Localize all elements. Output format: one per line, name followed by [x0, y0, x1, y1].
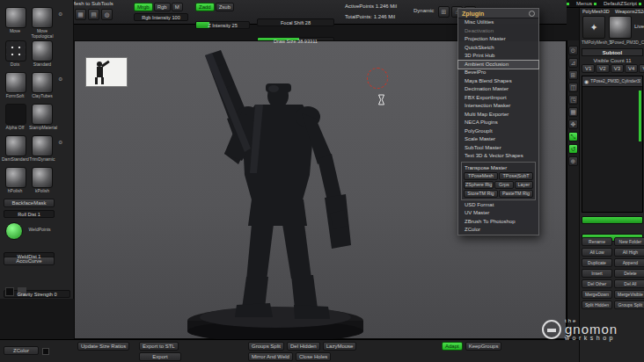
zplugin-item-0[interactable]: USD Format	[458, 201, 538, 210]
brush-thumb-damstandard[interactable]	[5, 135, 26, 156]
focal-shift-slider[interactable]: Focal Shift 28	[257, 18, 334, 26]
zplugin-item-2[interactable]: ZBrush To Photoshop	[458, 218, 538, 227]
move-canvas-icon[interactable]: ✥	[568, 119, 578, 129]
brush-thumb-hpolish[interactable]	[5, 167, 26, 188]
zplugin-item-5[interactable]: Ambient Occlusion	[458, 61, 538, 69]
tm-button-0[interactable]: TPoseMesh	[464, 172, 498, 180]
zplugin-item-3[interactable]: ZColor	[458, 226, 538, 235]
zplugin-item-1[interactable]: UV Master	[458, 209, 538, 218]
bpr-render-icon[interactable]: ⊙	[568, 46, 578, 55]
geometry-button-2[interactable]: LazyMouse	[323, 342, 357, 351]
stroke-thumb-dots[interactable]	[5, 40, 26, 62]
frame-mesh-icon[interactable]: ◳	[568, 95, 578, 105]
brush-thumb-trimdynamic[interactable]	[32, 135, 53, 156]
brush-thumb-kpolish[interactable]	[32, 167, 53, 188]
live-toggle[interactable]: Live	[634, 24, 644, 29]
geometry-button-1[interactable]: Close Holes	[296, 352, 331, 361]
paint-mode-1[interactable]: Rgb	[154, 3, 171, 11]
update-size-ratios-button[interactable]: Update Size Ratios	[77, 342, 129, 351]
sculpt-mode-0[interactable]: Zadd	[195, 3, 215, 11]
subtool-button-13[interactable]: Groups Split	[614, 300, 644, 309]
zplugin-menu-header[interactable]: Zplugin	[458, 9, 538, 18]
zplugin-item-16[interactable]: Text 3D & Vector Shapes	[458, 152, 538, 161]
tm-button-2[interactable]: Layer	[515, 181, 533, 189]
transpose-master-title[interactable]: Transpose Master	[464, 164, 533, 171]
subtool-section-header[interactable]: Subtool	[582, 48, 643, 56]
export-button[interactable]: Export	[139, 352, 181, 361]
rotate-canvas-icon[interactable]: ↺	[568, 144, 578, 154]
view-button-4[interactable]: V5	[639, 64, 644, 73]
zplugin-item-15[interactable]: SubTool Master	[458, 144, 538, 153]
export-to-stl-button[interactable]: Export to STL	[139, 342, 179, 351]
zplugin-item-10[interactable]: Intersection Masker	[458, 102, 538, 111]
paint-mode-0[interactable]: Mrgb	[134, 3, 153, 11]
zplugin-item-8[interactable]: Decimation Master	[458, 85, 538, 94]
subtool-button-9[interactable]: Del All	[614, 279, 644, 288]
sculpt-mode-1[interactable]: Zsub	[216, 3, 234, 11]
subtool-button-8[interactable]: Del Other	[582, 279, 612, 288]
palette-pin-icon[interactable]	[529, 11, 535, 17]
subtool-button-4[interactable]: Duplicate	[582, 258, 612, 267]
view-button-2[interactable]: V3	[611, 64, 624, 73]
brush-thumb-move[interactable]	[5, 7, 26, 28]
brush-thumb-claytubes[interactable]	[32, 72, 53, 93]
gear-icon[interactable]: ⚙	[58, 139, 62, 145]
title-action-1[interactable]: Menus	[576, 1, 596, 6]
geometry-button-1[interactable]: Del Hidden	[287, 342, 320, 351]
color-swatch-main[interactable]	[5, 287, 14, 296]
view-button-1[interactable]: V2	[596, 64, 609, 73]
subtool-list-item[interactable]: ◉ TPose2_PM3D_Cylinder3D1	[582, 76, 642, 87]
title-action-2[interactable]: DefaultZScript	[604, 1, 641, 6]
geometry-button-0[interactable]: Mirror And Weld	[248, 352, 293, 361]
brush-thumb-standard[interactable]	[32, 40, 53, 62]
floor-grid-icon[interactable]: ⊞	[568, 70, 578, 80]
perspective-icon[interactable]: ⊿	[568, 58, 578, 68]
subtool-button-2[interactable]: All Low	[582, 248, 612, 257]
material-tool-icon[interactable]: ◍	[101, 9, 113, 20]
z-intensity-slider[interactable]: Z Intensity 25	[195, 21, 250, 29]
backface-mask-button[interactable]: BackfaceMask	[4, 199, 55, 207]
roll-dist-slider[interactable]: Roll Dist 1	[4, 210, 55, 218]
tm-button-1[interactable]: PasteTM Rig	[499, 190, 533, 198]
tm-button-0[interactable]: ZSphere Rig	[464, 181, 494, 189]
brush-thumb-move-topological[interactable]	[32, 7, 53, 28]
texture-tool-icon[interactable]: ▤	[88, 9, 99, 20]
paint-mode-2[interactable]: M	[172, 3, 183, 11]
adapt-button-0[interactable]: Adapt	[442, 342, 463, 351]
subtool-scrollbar[interactable]	[639, 90, 641, 141]
zcolor-swatch[interactable]	[42, 348, 49, 355]
adapt-button-1[interactable]: KeepGroups	[465, 342, 502, 351]
subtool-button-7[interactable]: Delete	[614, 269, 644, 278]
subtool-button-5[interactable]: Append	[614, 258, 644, 267]
weld-points-thumb[interactable]	[5, 222, 23, 240]
view-button-0[interactable]: V1	[582, 64, 595, 73]
subtool-button-12[interactable]: Split Hidden	[582, 300, 612, 309]
tm-button-1[interactable]: Grps	[494, 181, 513, 189]
alpha-thumb[interactable]	[5, 104, 26, 125]
dynamic-label[interactable]: Dynamic	[413, 8, 434, 13]
tm-button-1[interactable]: TPose|SubT	[499, 172, 533, 180]
gear-icon[interactable]: ⚙	[58, 76, 62, 82]
zplugin-item-14[interactable]: Scale Master	[458, 135, 538, 144]
zplugin-item-7[interactable]: Maya Blend Shapes	[458, 77, 538, 86]
visibility-eye-icon[interactable]: ◉	[584, 78, 589, 84]
subtool-button-1[interactable]: New Folder	[614, 237, 644, 246]
local-symmetry-icon[interactable]: ◫	[568, 83, 578, 92]
zplugin-item-2[interactable]: Projection Master	[458, 35, 538, 44]
zplugin-item-6[interactable]: BevelPro	[458, 69, 538, 77]
gear-icon[interactable]: ⚙	[58, 11, 62, 17]
zplugin-item-1[interactable]: Deactivation	[458, 27, 538, 36]
scale-canvas-icon[interactable]: ⤡	[568, 132, 578, 141]
rgb-intensity-slider[interactable]: Rgb Intensity 100	[134, 13, 188, 21]
subtool-button-10[interactable]: MergeDown	[582, 290, 612, 299]
zplugin-item-4[interactable]: 3D Print Hub	[458, 52, 538, 61]
grid-icon[interactable]: ⊞	[438, 6, 450, 18]
zoom-canvas-icon[interactable]: ⊕	[568, 156, 578, 166]
zplugin-item-9[interactable]: FBX ExportImport	[458, 94, 538, 103]
subtool-button-11[interactable]: MergeVisible	[614, 290, 644, 299]
active-tool-thumb[interactable]: ✦	[582, 16, 605, 39]
subtool-button-0[interactable]: Rename	[582, 237, 612, 246]
subtool-button-6[interactable]: Insert	[582, 269, 612, 278]
zplugin-item-12[interactable]: NECA Plugins	[458, 119, 538, 127]
polyframe-icon[interactable]: ▦	[568, 107, 578, 117]
